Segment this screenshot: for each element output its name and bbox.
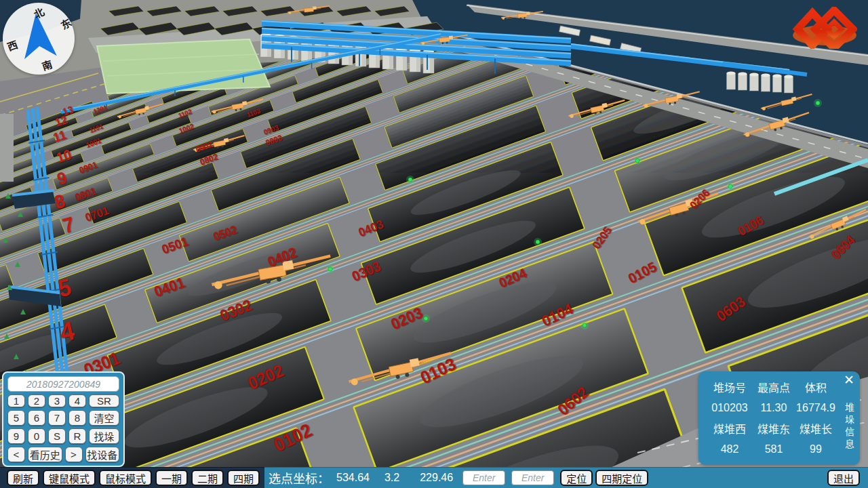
pile-info-side-label: 堆垛信息 xyxy=(842,403,856,461)
key-3[interactable]: 3 xyxy=(48,394,66,407)
history-prev-button[interactable]: < xyxy=(7,447,25,462)
company-logo xyxy=(792,7,857,49)
mouse-mode-button[interactable]: 鼠标模式 xyxy=(99,470,152,486)
toolbar-right-section: 选点坐标： 534.64 3.2 229.46 定位 四期定位 退出 xyxy=(264,467,868,488)
status-dot xyxy=(728,184,732,188)
pile-east-value: 581 xyxy=(754,443,793,455)
wall xyxy=(0,114,14,182)
coord-y-value: 3.2 xyxy=(384,472,399,484)
key-5[interactable]: 5 xyxy=(7,410,25,426)
yard-no-header: 堆场号 xyxy=(705,379,754,395)
yard-no-value: 010203 xyxy=(705,402,754,414)
status-dot xyxy=(536,240,540,244)
close-icon[interactable]: ✕ xyxy=(844,373,854,388)
bottom-toolbar: 刷新 键鼠模式 鼠标模式 一期 二期 四期 选点坐标： 534.64 3.2 2… xyxy=(0,467,868,488)
selected-point-coords-label: 选点坐标： xyxy=(269,469,330,487)
coord-z-value: 229.46 xyxy=(420,472,453,484)
history-code-input[interactable] xyxy=(7,376,119,392)
coord-input-1[interactable] xyxy=(462,470,505,485)
highest-point-header: 最高点 xyxy=(754,379,793,395)
silo xyxy=(750,75,759,91)
pile-length-value: 99 xyxy=(793,443,838,455)
silo xyxy=(738,74,747,90)
pile-west-value: 482 xyxy=(705,443,754,455)
refresh-button[interactable]: 刷新 xyxy=(7,470,39,486)
status-dot xyxy=(328,267,332,271)
silo xyxy=(785,77,793,93)
key-mouse-mode-button[interactable]: 键鼠模式 xyxy=(43,470,96,486)
key-0[interactable]: 0 xyxy=(28,428,45,444)
key-7[interactable]: 7 xyxy=(48,410,66,426)
phase4-locate-button[interactable]: 四期定位 xyxy=(595,470,648,486)
phase-4-button[interactable]: 四期 xyxy=(227,470,260,486)
view-history-button[interactable]: 看历史 xyxy=(28,447,62,462)
key-8[interactable]: 8 xyxy=(68,410,86,426)
status-dot xyxy=(408,178,412,182)
exit-button[interactable]: 退出 xyxy=(827,470,860,486)
pile-length-header: 煤堆长 xyxy=(793,420,838,436)
key-s[interactable]: S xyxy=(48,428,66,444)
silo xyxy=(773,76,782,92)
key-1[interactable]: 1 xyxy=(7,394,25,407)
status-dot xyxy=(816,101,820,105)
key-2[interactable]: 2 xyxy=(28,394,45,407)
coal-yard-3d-app: 13 12 11 10 9 8 7 5 4 1201 1101 1001 090… xyxy=(0,0,868,488)
pile-west-header: 煤堆西 xyxy=(705,420,754,436)
status-dot xyxy=(424,317,428,321)
status-dot xyxy=(583,323,587,327)
find-device-button[interactable]: 找设备 xyxy=(85,447,120,462)
clear-button[interactable]: 清空 xyxy=(89,410,119,426)
locate-button[interactable]: 定位 xyxy=(560,470,593,486)
toolbar-left-section: 刷新 键鼠模式 鼠标模式 一期 二期 四期 xyxy=(0,467,264,488)
silo xyxy=(762,75,770,92)
coord-x-value: 534.64 xyxy=(336,472,370,484)
coord-input-2[interactable] xyxy=(511,470,554,485)
compass: 北 东 西 南 xyxy=(3,3,75,75)
key-9[interactable]: 9 xyxy=(7,428,25,444)
silo xyxy=(727,73,736,89)
key-6[interactable]: 6 xyxy=(28,410,45,426)
key-4[interactable]: 4 xyxy=(68,394,86,407)
phase-1-button[interactable]: 一期 xyxy=(155,470,188,486)
phase-2-button[interactable]: 二期 xyxy=(191,470,224,486)
volume-value: 16774.9 xyxy=(793,402,838,414)
find-pile-button[interactable]: 找垛 xyxy=(89,428,119,444)
history-next-button[interactable]: > xyxy=(65,447,83,462)
pile-info-panel: ✕ 堆场号 最高点 体积 010203 11.30 16774.9 煤堆西 煤堆… xyxy=(698,371,860,465)
volume-header: 体积 xyxy=(793,379,838,395)
status-dot xyxy=(635,159,639,163)
key-r[interactable]: R xyxy=(68,428,86,444)
key-sr[interactable]: SR xyxy=(89,394,119,407)
pile-east-header: 煤堆东 xyxy=(754,420,793,436)
pile-search-keypad-panel: 1 2 3 4 SR 5 6 7 8 清空 9 0 S R 找垛 < 看历史 >… xyxy=(2,371,125,467)
highest-point-value: 11.30 xyxy=(754,402,793,414)
pile-info-grid: 堆场号 最高点 体积 010203 11.30 16774.9 煤堆西 煤堆东 … xyxy=(705,377,838,460)
